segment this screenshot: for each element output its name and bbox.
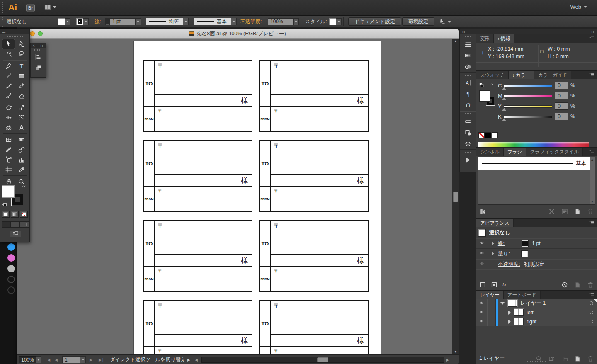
dock-app-dot[interactable] <box>7 286 15 294</box>
disclosure-triangle-icon[interactable] <box>492 242 494 245</box>
panel-resize-handle[interactable] <box>527 361 547 362</box>
image-trace-panel-icon[interactable] <box>460 127 476 138</box>
stroke-width-dropdown[interactable] <box>136 18 141 25</box>
perspective-grid-tool[interactable] <box>15 123 28 133</box>
panel-menu-icon[interactable] <box>588 149 595 154</box>
pathfinder-panel-button[interactable] <box>33 63 44 72</box>
align-panel-button[interactable] <box>33 52 44 61</box>
arrange-documents-button[interactable] <box>44 4 56 10</box>
stroke-profile-combo[interactable]: 均等 <box>146 16 189 27</box>
black-chip[interactable] <box>485 132 491 138</box>
new-layer-icon[interactable] <box>574 355 581 362</box>
opentype-panel-icon[interactable]: O <box>460 99 476 111</box>
width-tool[interactable] <box>2 113 15 123</box>
horizontal-scrollbar[interactable] <box>201 357 444 363</box>
gradient-button[interactable] <box>11 211 19 218</box>
visibility-eye-icon[interactable] <box>476 249 488 259</box>
panel-drag-handle[interactable] <box>2 17 3 27</box>
stroke-profile-field[interactable]: 均等 <box>146 18 183 25</box>
visibility-eye-icon[interactable] <box>476 259 488 269</box>
disclosure-triangle-icon[interactable] <box>508 311 511 315</box>
stroke-panel-link[interactable]: 線: <box>95 16 101 27</box>
scroll-up-arrow[interactable]: ▲ <box>452 39 459 44</box>
stroke-dropdown-button[interactable] <box>83 18 89 25</box>
delete-layer-icon[interactable] <box>587 355 594 362</box>
scale-tool[interactable] <box>15 103 28 113</box>
channel-slider-thumb[interactable] <box>502 97 506 100</box>
layer-thumbnail[interactable] <box>514 318 524 325</box>
make-clipping-mask-icon[interactable] <box>548 355 555 362</box>
channel-value-field[interactable]: 0 <box>555 82 568 89</box>
new-brush-icon[interactable] <box>574 208 581 215</box>
collapse-icon[interactable]: ◂◂ <box>2 30 5 34</box>
zoom-dropdown[interactable] <box>36 356 41 363</box>
panel-drag-handle[interactable] <box>464 75 472 76</box>
tab-info[interactable]: ↕情報 <box>494 34 514 43</box>
selection-options-button[interactable] <box>439 16 451 27</box>
window-drag-handle[interactable] <box>2 2 3 13</box>
tab-color[interactable]: ↕カラー <box>509 71 534 79</box>
panel-drag-handle[interactable] <box>34 49 42 51</box>
address-label-r3-c2[interactable]: TO〒様FROM〒 <box>259 220 369 292</box>
lock-toggle[interactable] <box>487 317 496 326</box>
brush-field[interactable]: 基本 <box>194 18 231 25</box>
direct-selection-tool[interactable] <box>15 39 28 49</box>
none-button[interactable] <box>20 211 28 218</box>
tab-artboards[interactable]: アートボード <box>504 291 541 299</box>
dock-app-dot[interactable] <box>7 243 15 251</box>
delete-brush-icon[interactable] <box>587 208 594 215</box>
opacity-panel-link[interactable]: 不透明度: <box>240 16 262 27</box>
panel-menu-icon[interactable] <box>588 292 595 297</box>
actions-panel-icon[interactable] <box>460 138 476 149</box>
workspace-switcher[interactable]: Web <box>570 4 587 10</box>
canvas-area[interactable]: TO〒様FROM〒TO〒様FROM〒TO〒様FROM〒TO〒様FROM〒TO〒様… <box>17 39 452 354</box>
close-icon[interactable]: ✕ <box>32 44 35 48</box>
lock-toggle[interactable] <box>487 308 496 317</box>
stroke-link[interactable]: 線: <box>498 240 505 247</box>
lock-toggle[interactable] <box>487 299 496 308</box>
remove-brush-stroke-icon[interactable] <box>548 208 555 215</box>
brush-item-basic[interactable]: 基本 <box>478 157 590 170</box>
draw-normal-button[interactable] <box>2 221 11 228</box>
stroke-width-field[interactable]: 1 pt <box>110 18 136 25</box>
expand-icon[interactable]: ▸▸ <box>592 30 595 34</box>
scroll-right-arrow[interactable]: ▶ <box>446 356 450 363</box>
swap-fill-stroke-icon[interactable] <box>20 184 27 189</box>
dock-app-dot[interactable] <box>7 254 15 262</box>
tab-color-guide[interactable]: カラーガイド <box>534 71 571 79</box>
preferences-button[interactable]: 環境設定 <box>402 16 434 27</box>
panel-drag-handle[interactable] <box>464 152 472 153</box>
fill-color-proxy[interactable] <box>2 185 15 198</box>
channel-slider-track[interactable] <box>504 85 552 87</box>
fill-swatch[interactable] <box>58 18 65 25</box>
appearance-fill-row[interactable]: 塗り: <box>476 249 597 259</box>
dock-app-dot[interactable] <box>7 276 15 283</box>
opacity-control[interactable]: 100% <box>268 16 299 27</box>
opacity-field[interactable]: 100% <box>268 18 294 25</box>
style-dropdown[interactable] <box>336 18 342 25</box>
stepper-down-button[interactable] <box>105 22 110 25</box>
expand-icon[interactable]: ▸▸ <box>41 44 44 48</box>
blob-brush-tool[interactable] <box>2 91 15 101</box>
appearance-selection-row[interactable]: 選択なし <box>476 227 597 238</box>
panel-menu-icon[interactable] <box>588 221 595 226</box>
vertical-scrollbar[interactable]: ▲ ▼ <box>452 39 459 354</box>
status-menu-button[interactable]: ▶ <box>187 356 191 363</box>
channel-value-field[interactable]: 0 <box>555 92 568 99</box>
fill-color-control[interactable] <box>58 16 70 27</box>
white-chip[interactable] <box>492 132 498 138</box>
links-panel-icon[interactable] <box>460 116 476 127</box>
address-label-r2-c1[interactable]: TO〒様FROM〒 <box>143 140 252 212</box>
visibility-eye-icon[interactable] <box>476 308 487 317</box>
layer-row-left[interactable]: left <box>476 308 597 317</box>
tab-transform[interactable]: 変形 <box>476 34 494 43</box>
disclosure-triangle-icon[interactable] <box>500 302 505 305</box>
line-segment-tool[interactable] <box>2 71 15 81</box>
rectangle-tool[interactable] <box>15 71 28 81</box>
panel-drag-handle[interactable] <box>464 113 472 114</box>
lasso-tool[interactable] <box>15 49 28 59</box>
duplicate-item-icon[interactable] <box>574 281 581 288</box>
document-titlebar[interactable]: 宛名8面.ai @ 100% (RGB/プレビュー) <box>17 29 459 39</box>
address-label-r2-c2[interactable]: TO〒様FROM〒 <box>259 140 369 212</box>
channel-slider-thumb[interactable] <box>502 108 506 111</box>
